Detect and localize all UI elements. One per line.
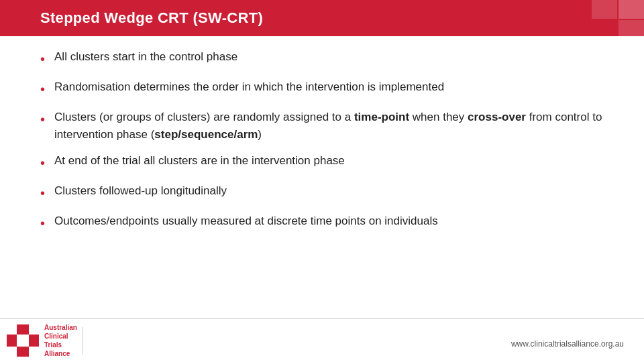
list-item: • Clusters (or groups of clusters) are r… [40,109,604,143]
slide-content: • All clusters start in the control phas… [0,36,644,249]
bullet-dot: • [40,213,45,233]
decorative-squares [590,0,644,40]
bullet-dot: • [40,183,45,203]
list-item: • Clusters followed-up longitudinally [40,182,604,203]
bullet-dot: • [40,49,45,69]
logo-line-2: Clinical [44,333,68,340]
list-item: • Randomisation determines the order in … [40,78,604,99]
footer-logo: Australian Clinical Trials Alliance [0,323,134,358]
bullet-list: • All clusters start in the control phas… [40,48,604,233]
deco-square-2 [592,0,617,19]
list-item: • All clusters start in the control phas… [40,48,604,69]
bullet-text: Randomisation determines the order in wh… [54,78,604,96]
bullet-dot: • [40,153,45,173]
deco-square-3 [619,20,644,39]
bullet-text: Clusters followed-up longitudinally [54,182,604,200]
footer-url: www.clinicaltrialsalliance.org.au [511,339,624,349]
bullet-text-rich: Clusters (or groups of clusters) are ran… [54,109,604,143]
logo-line-4: Alliance [44,350,70,357]
list-item: • Outcomes/endpoints usually measured at… [40,213,604,233]
bullet-text: All clusters start in the control phase [54,48,604,66]
slide-header: Stepped Wedge CRT (SW-CRT) [0,0,644,36]
logo-text: Australian Clinical Trials Alliance [44,323,77,358]
bullet-dot: • [40,79,45,99]
logo-cross-icon [7,324,39,357]
slide-title: Stepped Wedge CRT (SW-CRT) [40,9,263,27]
logo-line-1: Australian [44,324,77,331]
slide-footer: Australian Clinical Trials Alliance www.… [0,318,644,362]
deco-square-1 [619,0,644,19]
bullet-text: Outcomes/endpoints usually measured at d… [54,213,604,230]
bullet-text: At end of the trial all clusters are in … [54,152,604,170]
list-item: • At end of the trial all clusters are i… [40,152,604,173]
footer-divider [83,327,84,354]
cross-center [17,335,29,347]
bullet-dot: • [40,109,45,129]
logo-line-3: Trials [44,341,62,349]
